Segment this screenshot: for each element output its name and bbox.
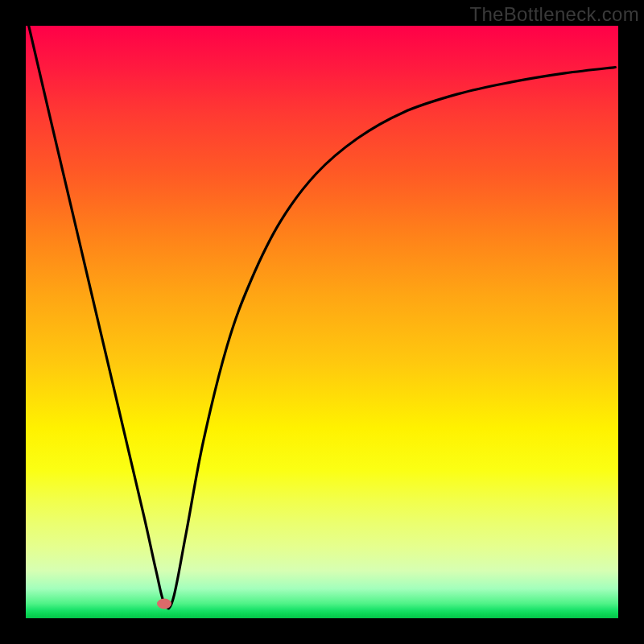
chart-frame <box>0 0 644 644</box>
watermark-text: TheBottleneck.com <box>469 3 639 26</box>
